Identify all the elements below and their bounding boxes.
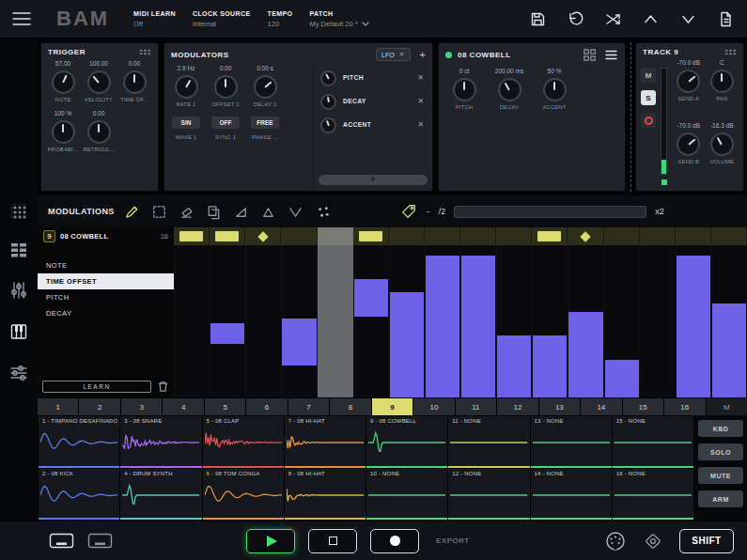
accent-amount-knob[interactable]	[320, 117, 336, 133]
triangle-shape-button[interactable]	[259, 202, 278, 221]
add-destination-button[interactable]: +	[319, 175, 428, 185]
draw-tool-button[interactable]	[123, 202, 142, 221]
step-cell-11[interactable]	[532, 227, 568, 245]
track-number-12[interactable]: 12	[497, 398, 537, 415]
modulation-view-button[interactable]	[9, 364, 28, 382]
track-cell-6[interactable]: 6 - 08 TOM CONGA	[203, 469, 284, 521]
velocity-knob[interactable]	[87, 70, 111, 94]
previous-patch-button[interactable]	[641, 9, 661, 29]
kbd-button[interactable]: KBD	[698, 420, 743, 437]
stop-button[interactable]	[308, 529, 357, 553]
remove-destination-icon[interactable]: ✕	[417, 120, 426, 129]
delay-knob[interactable]	[254, 75, 277, 99]
step-cell-12[interactable]	[568, 227, 603, 245]
track-number-9[interactable]: 9	[372, 398, 412, 415]
param-item-time-offset[interactable]: TIME OFFSET	[38, 273, 174, 289]
track-number-1[interactable]: 1	[38, 398, 78, 415]
play-button[interactable]	[246, 529, 295, 553]
save-button[interactable]	[528, 9, 548, 29]
lfo-chip[interactable]: LFO ✕	[376, 48, 411, 61]
track-cell-2[interactable]: 2 - 08 KICK	[39, 469, 119, 521]
phase-switch[interactable]: FREE	[251, 117, 279, 129]
track-cell-14[interactable]: 14 - NONE	[531, 469, 612, 521]
mute-button[interactable]: MUTE	[698, 467, 743, 484]
step-cell-4[interactable]	[281, 227, 317, 245]
clock-source-field[interactable]: CLOCK SOURCE Internal	[193, 10, 251, 28]
tempo-field[interactable]: TEMPO 120	[268, 10, 293, 28]
track-number-5[interactable]: 5	[205, 398, 245, 415]
send-b-knob[interactable]	[677, 132, 700, 156]
step-cell-2[interactable]	[210, 227, 245, 245]
loop-marker-button[interactable]	[399, 202, 418, 221]
delete-modulation-button[interactable]	[157, 380, 169, 393]
solo-button[interactable]: S	[641, 90, 656, 105]
step-cell-8[interactable]	[425, 227, 460, 245]
step-cell-3[interactable]	[245, 227, 281, 245]
step-cell-15[interactable]	[676, 227, 711, 245]
step-cell-14[interactable]	[640, 227, 676, 245]
erase-tool-button[interactable]	[178, 202, 196, 221]
mixer-view-button[interactable]	[9, 281, 28, 300]
track-cell-10[interactable]: 10 - NONE	[366, 469, 447, 521]
track-number-16[interactable]: 16	[664, 398, 705, 415]
next-patch-button[interactable]	[678, 9, 698, 29]
record-arm-button[interactable]	[641, 113, 656, 128]
mod-bar-step-12[interactable]	[568, 312, 602, 397]
track-cell-7[interactable]: 7 - 08 HI-HAT	[285, 416, 366, 468]
param-item-decay[interactable]: DECAY	[38, 305, 174, 321]
offset-knob[interactable]	[214, 75, 238, 99]
mod-bar-step-8[interactable]	[426, 256, 459, 397]
chip-close-icon[interactable]: ✕	[399, 51, 405, 58]
mute-button[interactable]: M	[641, 68, 656, 83]
patch-field[interactable]: PATCH My Default 20 *	[309, 10, 368, 28]
random-shape-button[interactable]	[314, 202, 333, 221]
learn-button[interactable]: LEARN	[42, 381, 151, 393]
track-cell-4[interactable]: 4 - DRUM SYNTH	[120, 469, 201, 521]
screen-a-button[interactable]	[49, 533, 74, 549]
mod-bar-step-2[interactable]	[210, 323, 244, 345]
track-number-6[interactable]: 6	[246, 398, 287, 415]
step-cell-6[interactable]	[353, 227, 389, 245]
mod-bar-step-10[interactable]	[497, 335, 531, 397]
mod-bar-step-15[interactable]	[677, 256, 710, 397]
probability-knob[interactable]	[52, 120, 75, 144]
track-cell-9[interactable]: 9 - 08 COWBELL	[366, 416, 447, 468]
step-cell-1[interactable]	[174, 227, 210, 245]
rate-knob[interactable]	[175, 75, 198, 99]
pan-knob[interactable]	[710, 70, 734, 93]
export-patch-button[interactable]	[716, 9, 736, 29]
track-cell-11[interactable]: 11 - NONE	[448, 416, 529, 468]
track-number-master[interactable]: M	[707, 398, 747, 415]
sequencer-view-button[interactable]	[10, 242, 28, 258]
solo-button[interactable]: SOLO	[698, 443, 743, 460]
mod-bar-step-13[interactable]	[605, 360, 639, 398]
track-cell-15[interactable]: 15 - NONE	[613, 416, 693, 468]
track-cell-3[interactable]: 3 - 08 SNARE	[120, 416, 201, 468]
step-cell-10[interactable]	[496, 227, 532, 245]
track-cell-13[interactable]: 13 - NONE	[531, 416, 612, 468]
remove-destination-icon[interactable]: ✕	[417, 97, 426, 105]
param-item-pitch[interactable]: PITCH	[38, 289, 174, 305]
record-button[interactable]	[370, 529, 419, 553]
param-item-note[interactable]: NOTE	[38, 257, 174, 273]
track-number-3[interactable]: 3	[121, 398, 162, 415]
mod-lane[interactable]	[174, 245, 747, 397]
track-cell-8[interactable]: 8 - 08 HI-HAT	[285, 469, 366, 521]
shift-button[interactable]: SHIFT	[679, 529, 734, 553]
mod-bar-step-16[interactable]	[712, 303, 746, 397]
loop-multiply-button[interactable]: x2	[655, 207, 664, 216]
duplicate-tool-button[interactable]	[205, 202, 224, 221]
pads-view-button[interactable]	[11, 204, 27, 220]
loop-range-slider[interactable]	[454, 206, 646, 218]
track-cell-16[interactable]: 16 - NONE	[613, 469, 693, 521]
remove-destination-icon[interactable]: ✕	[417, 73, 426, 82]
monitor-cue-button[interactable]	[642, 530, 664, 552]
time-offset-knob[interactable]	[123, 70, 147, 94]
track-number-10[interactable]: 10	[413, 398, 454, 415]
mod-bar-step-6[interactable]	[354, 279, 388, 318]
arm-button[interactable]: ARM	[698, 490, 743, 507]
track-number-11[interactable]: 11	[456, 398, 496, 415]
pitch-knob[interactable]	[453, 78, 476, 101]
volume-knob[interactable]	[710, 132, 734, 156]
track-cell-1[interactable]: 1 - TIMPANO DESAFINADO	[39, 416, 119, 468]
